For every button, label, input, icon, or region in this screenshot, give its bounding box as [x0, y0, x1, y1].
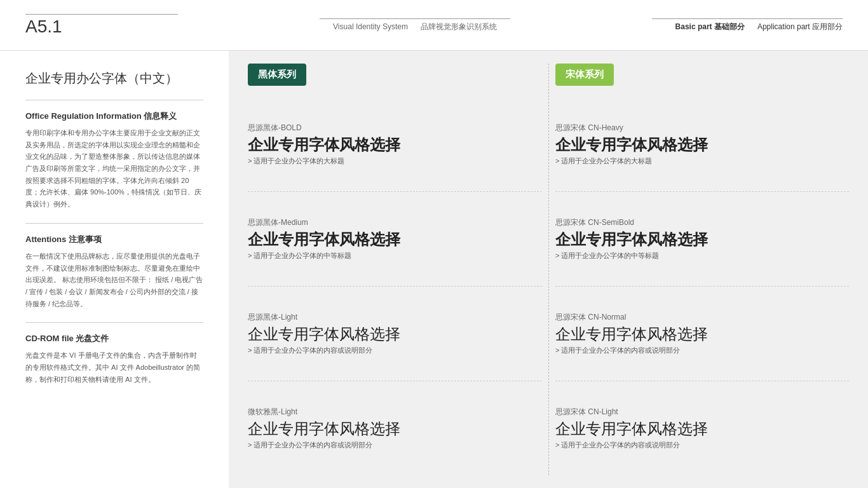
font-entry-right-1: 思源宋体 CN-SemiBold 企业专用字体风格选择 > 适用于企业办公字体的…	[555, 192, 849, 287]
nav-application[interactable]: Application part 应用部分	[757, 22, 843, 32]
font-entry-left-0: 思源黑体-BOLD 企业专用字体风格选择 > 适用于企业办公字体的大标题	[248, 97, 542, 192]
right-panel: 黑体系列 思源黑体-BOLD 企业专用字体风格选择 > 适用于企业办公字体的大标…	[229, 51, 868, 488]
divider-2	[25, 223, 203, 224]
col-header-left: 黑体系列	[248, 64, 542, 92]
divider-3	[25, 322, 203, 323]
font-entry-right-0: 思源宋体 CN-Heavy 企业专用字体风格选择 > 适用于企业办公字体的大标题	[555, 97, 849, 192]
font-name-left-2: 思源黑体-Light	[248, 312, 542, 323]
center-titles: Visual Identity System 品牌视觉形象识别系统	[333, 22, 497, 32]
header-left: A5.1	[25, 14, 178, 37]
font-entry-left-1: 思源黑体-Medium 企业专用字体风格选择 > 适用于企业办公字体的中等标题	[248, 192, 542, 287]
col-header-label-right: 宋体系列	[555, 64, 614, 86]
font-demo-left-3: 企业专用字体风格选择	[248, 420, 542, 438]
font-desc-left-0: > 适用于企业办公字体的大标题	[248, 156, 542, 166]
divider-1	[25, 100, 203, 100]
font-desc-right-2: > 适用于企业办公字体的内容或说明部分	[555, 346, 849, 355]
font-demo-left-2: 企业专用字体风格选择	[248, 325, 542, 344]
font-demo-right-0: 企业专用字体风格选择	[555, 136, 849, 154]
font-col-right: 宋体系列 思源宋体 CN-Heavy 企业专用字体风格选择 > 适用于企业办公字…	[548, 64, 855, 475]
info-text-1: 专用印刷字体和专用办公字体主要应用于企业文献的正文及实务用品，所选定的字体用以实…	[25, 127, 203, 210]
right-top-line	[652, 18, 843, 19]
font-name-left-1: 思源黑体-Medium	[248, 217, 542, 228]
font-desc-right-0: > 适用于企业办公字体的大标题	[555, 156, 849, 166]
font-demo-right-2: 企业专用字体风格选择	[555, 325, 849, 344]
font-entry-right-2: 思源宋体 CN-Normal 企业专用字体风格选择 > 适用于企业办公字体的内容…	[555, 287, 849, 381]
font-demo-left-0: 企业专用字体风格选择	[248, 136, 542, 154]
col-header-right: 宋体系列	[555, 64, 849, 92]
main-content: 企业专用办公字体（中文） Office Regulation Informati…	[0, 51, 868, 488]
font-name-right-0: 思源宋体 CN-Heavy	[555, 123, 849, 133]
font-demo-right-1: 企业专用字体风格选择	[555, 231, 849, 249]
font-columns: 黑体系列 思源黑体-BOLD 企业专用字体风格选择 > 适用于企业办公字体的大标…	[241, 64, 855, 475]
font-name-right-1: 思源宋体 CN-SemiBold	[555, 217, 849, 228]
font-name-left-3: 微软雅黑-Light	[248, 407, 542, 417]
header-top-line	[25, 14, 178, 15]
font-desc-left-3: > 适用于企业办公字体的内容或说明部分	[248, 440, 542, 450]
info-block-1: Office Regulation Information 信息释义 专用印刷字…	[25, 111, 203, 210]
font-desc-right-3: > 适用于企业办公字体的内容或说明部分	[555, 440, 849, 450]
nav-basic[interactable]: Basic part 基础部分	[675, 22, 745, 32]
header-right: Basic part 基础部分 Application part 应用部分	[652, 18, 843, 32]
section-title: 企业专用办公字体（中文）	[25, 70, 203, 87]
font-demo-right-3: 企业专用字体风格选择	[555, 420, 849, 438]
left-panel: 企业专用办公字体（中文） Office Regulation Informati…	[0, 51, 229, 488]
info-heading-2: Attentions 注意事项	[25, 234, 203, 245]
font-desc-left-2: > 适用于企业办公字体的内容或说明部分	[248, 346, 542, 355]
vis-title-cn: 品牌视觉形象识别系统	[421, 22, 497, 32]
font-name-left-0: 思源黑体-BOLD	[248, 123, 542, 133]
info-text-3: 光盘文件是本 VI 手册电子文件的集合，内含手册制作时的专用软件格式文件。其中 …	[25, 349, 203, 385]
font-entry-left-2: 思源黑体-Light 企业专用字体风格选择 > 适用于企业办公字体的内容或说明部…	[248, 287, 542, 381]
font-name-right-3: 思源宋体 CN-Light	[555, 407, 849, 417]
page-code: A5.1	[25, 17, 178, 37]
nav-items: Basic part 基础部分 Application part 应用部分	[675, 22, 843, 32]
font-entry-right-3: 思源宋体 CN-Light 企业专用字体风格选择 > 适用于企业办公字体的内容或…	[555, 381, 849, 475]
font-demo-left-1: 企业专用字体风格选择	[248, 231, 542, 249]
info-block-2: Attentions 注意事项 在一般情况下使用品牌标志，应尽量使用提供的光盘电…	[25, 234, 203, 309]
font-name-right-2: 思源宋体 CN-Normal	[555, 312, 849, 323]
col-header-label-left: 黑体系列	[248, 64, 306, 86]
font-entry-left-3: 微软雅黑-Light 企业专用字体风格选择 > 适用于企业办公字体的内容或说明部…	[248, 381, 542, 475]
font-desc-right-1: > 适用于企业办公字体的中等标题	[555, 251, 849, 261]
info-text-2: 在一般情况下使用品牌标志，应尽量使用提供的光盘电子文件，不建议使用标准制图绘制标…	[25, 250, 203, 309]
center-line	[320, 18, 510, 19]
info-heading-1: Office Regulation Information 信息释义	[25, 111, 203, 122]
info-block-3: CD-ROM file 光盘文件 光盘文件是本 VI 手册电子文件的集合，内含手…	[25, 333, 203, 385]
header-center: Visual Identity System 品牌视觉形象识别系统	[320, 18, 510, 32]
vis-title-en: Visual Identity System	[333, 22, 408, 31]
info-heading-3: CD-ROM file 光盘文件	[25, 333, 203, 344]
font-desc-left-1: > 适用于企业办公字体的中等标题	[248, 251, 542, 261]
font-col-left: 黑体系列 思源黑体-BOLD 企业专用字体风格选择 > 适用于企业办公字体的大标…	[241, 64, 548, 475]
page-header: A5.1 Visual Identity System 品牌视觉形象识别系统 B…	[0, 0, 868, 51]
